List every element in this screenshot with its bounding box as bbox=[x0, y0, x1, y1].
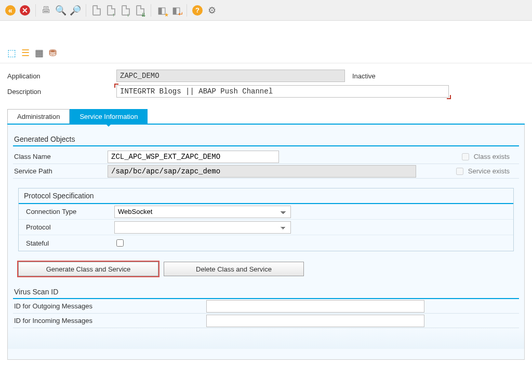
focus-corner-icon bbox=[114, 84, 118, 88]
last-page-icon[interactable]: ⇊ bbox=[134, 4, 147, 17]
next-page-icon[interactable]: ↓ bbox=[119, 4, 132, 17]
prev-page-icon[interactable]: ↑ bbox=[105, 4, 117, 17]
connection-type-select[interactable]: WebSocket bbox=[114, 206, 291, 218]
protocol-label: Protocol bbox=[26, 223, 114, 231]
service-exists-label: Service exists bbox=[468, 167, 510, 175]
class-name-label: Class Name bbox=[14, 153, 108, 160]
tabstrip: Administration Service Information Gener… bbox=[7, 109, 525, 360]
generated-objects-group: Generated Objects Class Name Class exist… bbox=[8, 133, 524, 179]
service-exists-checkbox[interactable]: Service exists bbox=[454, 166, 510, 177]
back-icon[interactable]: « bbox=[4, 4, 17, 17]
incoming-id-field[interactable] bbox=[206, 315, 424, 327]
check-icon[interactable]: ☰ bbox=[21, 47, 30, 59]
divider bbox=[187, 4, 187, 17]
description-field[interactable] bbox=[116, 85, 449, 98]
virus-scan-title: Virus Scan ID bbox=[13, 286, 519, 299]
print-icon[interactable]: 🖶 bbox=[40, 4, 52, 17]
protocol-spec-title: Protocol Specification bbox=[19, 188, 513, 204]
bottom-area bbox=[8, 328, 524, 349]
status-text: Inactive bbox=[352, 72, 376, 80]
display-object-icon[interactable]: ⛃ bbox=[49, 47, 57, 59]
divider bbox=[151, 4, 151, 17]
application-field[interactable] bbox=[116, 70, 345, 82]
outgoing-id-label: ID for Outgoing Messages bbox=[14, 302, 206, 310]
generated-objects-title: Generated Objects bbox=[13, 133, 519, 146]
protocol-select[interactable] bbox=[114, 221, 291, 234]
service-path-label: Service Path bbox=[14, 167, 108, 175]
generate-button[interactable]: Generate Class and Service bbox=[18, 262, 158, 276]
first-page-icon[interactable] bbox=[90, 4, 103, 17]
divider bbox=[35, 4, 36, 17]
divider bbox=[86, 4, 86, 17]
session-icon[interactable]: ◧↵ bbox=[170, 4, 182, 17]
main-toolbar: « ✕ 🖶 🔍 🔎 ↑ ↓ ⇊ ◧★ ◧↵ ? ⚙ bbox=[0, 0, 532, 21]
tab-body: Generated Objects Class Name Class exist… bbox=[7, 125, 525, 360]
service-path-field[interactable] bbox=[108, 165, 416, 178]
object-toolbar: ⬚ ☰ ▦ ⛃ bbox=[0, 43, 532, 63]
find-icon[interactable]: 🔍 bbox=[55, 4, 67, 17]
description-label: Description bbox=[7, 88, 116, 96]
outgoing-id-field[interactable] bbox=[206, 300, 424, 313]
stateful-checkbox[interactable] bbox=[116, 239, 124, 247]
activate-icon[interactable]: ⬚ bbox=[7, 47, 16, 59]
cancel-icon[interactable]: ✕ bbox=[19, 4, 31, 17]
new-window-icon[interactable]: ◧★ bbox=[155, 4, 168, 17]
settings-icon[interactable]: ⚙ bbox=[206, 4, 218, 17]
class-exists-checkbox[interactable]: Class exists bbox=[460, 152, 510, 162]
incoming-id-label: ID for Incoming Messages bbox=[14, 317, 206, 325]
tab-administration[interactable]: Administration bbox=[7, 109, 70, 124]
action-button-row: Generate Class and Service Delete Class … bbox=[18, 262, 524, 276]
virus-scan-group: Virus Scan ID ID for Outgoing Messages I… bbox=[13, 286, 519, 328]
delete-button[interactable]: Delete Class and Service bbox=[164, 262, 304, 276]
header-form: Application Inactive Description bbox=[0, 63, 532, 99]
application-label: Application bbox=[7, 72, 116, 80]
help-icon[interactable]: ? bbox=[191, 4, 204, 17]
connection-type-label: Connection Type bbox=[26, 208, 114, 215]
tab-service-information[interactable]: Service Information bbox=[70, 109, 148, 124]
protocol-spec-group: Protocol Specification Connection Type W… bbox=[18, 188, 514, 251]
class-exists-label: Class exists bbox=[474, 153, 510, 160]
stateful-label: Stateful bbox=[26, 239, 114, 247]
find-next-icon[interactable]: 🔎 bbox=[69, 4, 82, 17]
focus-corner-icon bbox=[447, 95, 451, 99]
class-name-field[interactable] bbox=[108, 151, 279, 163]
where-used-icon[interactable]: ▦ bbox=[35, 47, 44, 59]
